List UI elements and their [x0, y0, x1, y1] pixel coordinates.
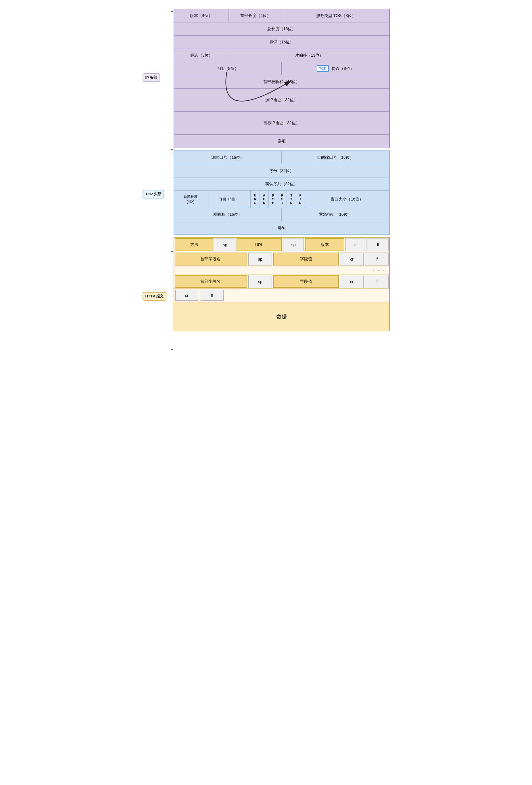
ip-header-label: IP 头部 [142, 73, 160, 82]
ip-row-dest-ip: 目标IP地址（32位） [174, 111, 389, 135]
ip-row-options: 选项 [174, 135, 389, 148]
http-field-name1-cell: 首部字段名: [175, 253, 247, 265]
tcp-row-checksum-urgent: 校验和（16位） 紧急指针（16位） [174, 208, 389, 221]
ip-checksum-cell: 首部校验和（16位） [174, 75, 389, 88]
ip-protocol-cell: TCP 协议（8位） [282, 62, 389, 75]
http-method-cell: 方法 [175, 238, 214, 251]
ip-ttl-cell: TTL（8位） [174, 62, 282, 75]
tcp-header-label: TCP 头部 [142, 190, 164, 199]
http-field-name2-cell: 首部字段名: [175, 275, 247, 288]
http-row-header1: 首部字段名: sp 字段值 cr lf [174, 252, 389, 267]
http-cr1-cell: cr [345, 238, 367, 251]
tcp-window-size-cell: 窗口大小（16位） [305, 191, 389, 208]
tcp-source-port-cell: 源端口号（16位） [174, 151, 282, 164]
ip-row-identification: 标识（16位） [174, 36, 389, 49]
tcp-flag-rst: R S T [278, 191, 287, 208]
ip-version-cell: 版本（4位） [174, 9, 229, 22]
ip-fragment-offset-cell: 片偏移（13位） [229, 49, 389, 62]
tcp-options-cell: 选项 [174, 221, 389, 234]
main-diagram: 版本（4位） 首部长度（4位） 服务类型 TOS（8位） 总长度（16位） [174, 9, 390, 331]
http-row-header2: 首部字段名: sp 字段值 cr lf [174, 274, 389, 289]
tcp-header-section: 源端口号（16位） 目的端口号（16位） 序号（32位） 确认序列（32位） [174, 150, 390, 235]
tcp-row-flags-window: 首部长度 (4位) 保留（6位） U R G A C K P S H [174, 191, 389, 208]
tcp-dest-port-cell: 目的端口号（16位） [282, 151, 389, 164]
tcp-seq-cell: 序号（32位） [174, 164, 389, 177]
ip-options-cell: 选项 [174, 135, 389, 148]
ip-header-length-cell: 首部长度（4位） [229, 9, 283, 22]
ip-row-total-length: 总长度（16位） [174, 22, 389, 36]
tcp-flag-psh: P S H [269, 191, 277, 208]
http-cr2-cell: cr [340, 253, 364, 265]
ip-total-length-cell: 总长度（16位） [174, 22, 389, 35]
http-lf2-cell: lf [365, 253, 388, 265]
ip-row-ttl-protocol: TTL（8位） TCP 协议（8位） [174, 62, 389, 75]
tcp-header-length-cell: 首部长度 (4位) [174, 191, 208, 208]
ip-row-checksum: 首部校验和（16位） [174, 75, 389, 88]
http-message-label: HTTP 报文 [142, 292, 166, 301]
tcp-checksum-cell: 校验和（16位） [174, 208, 282, 221]
tcp-row-options: 选项 [174, 221, 389, 234]
tcp-row-seq: 序号（32位） [174, 164, 389, 177]
ip-header-section: 版本（4位） 首部长度（4位） 服务类型 TOS（8位） 总长度（16位） [174, 9, 390, 148]
ip-row-source-ip: 源IP地址（32位） [174, 88, 389, 111]
http-sp4-cell: sp [248, 275, 272, 288]
tcp-ack-cell: 确认序列（32位） [174, 177, 389, 191]
ip-flags-cell: 标志（3位） [174, 49, 229, 62]
http-sp2-cell: sp [283, 238, 304, 251]
ip-row-version: 版本（4位） 首部长度（4位） 服务类型 TOS（8位） [174, 9, 389, 22]
http-lf3-cell: lf [365, 275, 388, 288]
http-lf1-cell: lf [368, 238, 389, 251]
http-sp1-cell: sp [215, 238, 236, 251]
ip-row-flags: 标志（3位） 片偏移（13位） [174, 49, 389, 62]
http-row-crlf: cr lf [174, 289, 389, 302]
tcp-flag-ack: A C K [260, 191, 269, 208]
ip-identification-cell: 标识（16位） [174, 36, 389, 49]
http-version-cell: 版本 [305, 238, 344, 251]
http-lf4-cell: lf [201, 290, 223, 301]
tcp-row-ack: 确认序列（32位） [174, 177, 389, 191]
http-field-value1-cell: 字段值 [273, 253, 339, 265]
tcp-reserved-cell: 保留（6位） [207, 191, 250, 208]
tcp-flag-urg: U R G [250, 191, 260, 208]
ip-source-ip-cell: 源IP地址（32位） [174, 88, 389, 111]
http-sp3-cell: sp [248, 253, 272, 265]
http-field-value2-cell: 字段值 [273, 275, 339, 288]
http-row-request-line: 方法 sp URL sp 版本 cr [174, 237, 389, 252]
http-cr4-cell: cr [175, 290, 198, 301]
tcp-urgent-cell: 紧急指针（16位） [282, 208, 389, 221]
http-message-section: 方法 sp URL sp 版本 cr [174, 237, 390, 331]
http-data-row: 数据 [174, 302, 389, 331]
http-dotted-gap: · · · [174, 267, 389, 274]
tcp-flag-syn: S Y N [287, 191, 296, 208]
http-url-cell: URL [237, 238, 282, 251]
ip-tos-cell: 服务类型 TOS（8位） [283, 9, 389, 22]
ip-dest-ip-cell: 目标IP地址（32位） [174, 111, 389, 134]
tcp-flag-fin: F I N [296, 191, 305, 208]
http-cr3-cell: cr [340, 275, 364, 288]
tcp-box: TCP [317, 65, 329, 72]
tcp-row-ports: 源端口号（16位） 目的端口号（16位） [174, 151, 389, 164]
